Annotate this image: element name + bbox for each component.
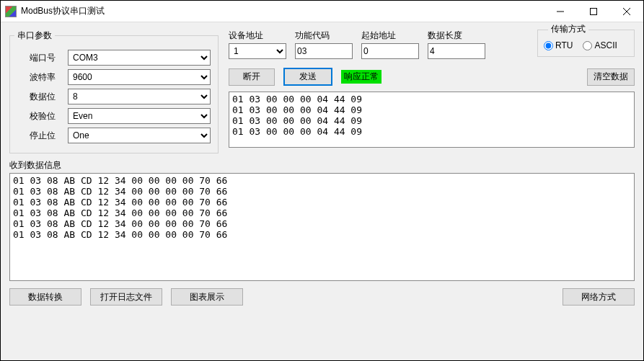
- data-len-label: 数据长度: [428, 30, 485, 42]
- serial-params-legend: 串口参数: [14, 30, 55, 42]
- start-addr-label: 起始地址: [361, 30, 419, 42]
- recv-label: 收到数据信息: [9, 159, 635, 171]
- minimize-button[interactable]: [544, 1, 577, 22]
- rtu-radio[interactable]: [544, 41, 553, 50]
- stopbits-label: 停止位: [17, 130, 68, 142]
- open-log-button[interactable]: 打开日志文件: [90, 288, 162, 306]
- databits-select[interactable]: 8: [68, 89, 211, 104]
- baud-select[interactable]: 9600: [68, 69, 211, 85]
- titlebar: ModBus协议串口测试: [1, 1, 643, 22]
- start-addr-input[interactable]: [361, 43, 419, 59]
- content-area: 串口参数 端口号 COM3 波特率 9600 数据位 8 校: [1, 22, 643, 360]
- ascii-radio-label[interactable]: ASCII: [583, 40, 617, 50]
- ascii-radio[interactable]: [583, 41, 592, 50]
- port-label: 端口号: [17, 52, 68, 64]
- parity-label: 校验位: [17, 110, 68, 122]
- databits-label: 数据位: [17, 91, 68, 103]
- network-button[interactable]: 网络方式: [563, 288, 635, 306]
- status-badge: 响应正常: [341, 70, 381, 84]
- svg-rect-1: [591, 8, 597, 14]
- recv-log-textarea[interactable]: 01 03 08 AB CD 12 34 00 00 00 00 70 66 0…: [9, 173, 635, 281]
- rtu-radio-label[interactable]: RTU: [544, 40, 573, 50]
- app-window: ModBus协议串口测试 串口参数 端口号 COM3 波特率 9600: [0, 0, 644, 361]
- maximize-button[interactable]: [577, 1, 610, 22]
- parity-select[interactable]: Even: [68, 108, 211, 124]
- disconnect-button[interactable]: 断开: [229, 68, 275, 86]
- transfer-mode-legend: 传输方式: [548, 23, 588, 35]
- convert-button[interactable]: 数据转换: [9, 288, 81, 306]
- device-addr-select[interactable]: 1: [229, 43, 286, 59]
- port-select[interactable]: COM3: [68, 50, 211, 66]
- serial-params-group: 串口参数 端口号 COM3 波特率 9600 数据位 8 校: [9, 30, 219, 153]
- device-addr-label: 设备地址: [229, 30, 286, 42]
- app-icon: [5, 6, 17, 17]
- close-button[interactable]: [610, 1, 643, 22]
- data-len-input[interactable]: [428, 43, 485, 59]
- send-button[interactable]: 发送: [283, 68, 332, 86]
- stopbits-select[interactable]: One: [68, 128, 211, 143]
- chart-button[interactable]: 图表展示: [171, 288, 243, 306]
- clear-button[interactable]: 清空数据: [587, 68, 635, 86]
- window-buttons: [544, 1, 643, 22]
- baud-label: 波特率: [17, 71, 68, 84]
- func-code-label: 功能代码: [295, 30, 353, 42]
- func-code-input[interactable]: [295, 43, 353, 59]
- window-title: ModBus协议串口测试: [21, 5, 544, 17]
- send-log-textarea[interactable]: 01 03 00 00 00 04 44 09 01 03 00 00 00 0…: [229, 92, 635, 148]
- transfer-mode-group: 传输方式 RTU ASCII: [537, 24, 635, 57]
